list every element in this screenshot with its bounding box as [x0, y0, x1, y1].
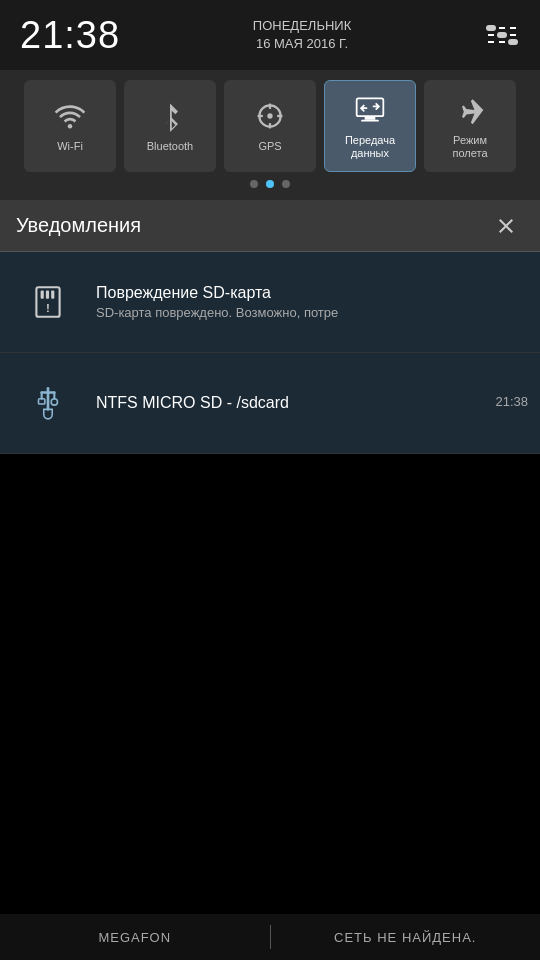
svg-rect-22	[41, 290, 44, 298]
notifications-close-button[interactable]	[488, 208, 524, 244]
svg-point-13	[267, 114, 272, 119]
carrier-name: MEGAFON	[0, 930, 270, 945]
notif-usb-icon-area	[0, 363, 96, 443]
gps-icon	[252, 98, 288, 134]
qs-datatransfer-label: Передачаданных	[345, 134, 395, 160]
empty-space	[0, 454, 540, 794]
notif-ntfs-title: NTFS MICRO SD - /sdcard	[96, 394, 487, 412]
svg-rect-19	[365, 116, 376, 120]
svg-rect-23	[46, 290, 49, 298]
notif-sd-icon-area: !	[0, 262, 96, 342]
qs-gps-button[interactable]: GPS	[224, 80, 316, 172]
status-date: ПОНЕДЕЛЬНИК 16 МАЯ 2016 Г.	[253, 17, 351, 53]
notif-sd-title: Повреждение SD-карта	[96, 284, 528, 302]
svg-rect-18	[357, 98, 384, 116]
dot-3	[282, 180, 290, 188]
page-dots	[0, 180, 540, 192]
notif-ntfs-time: 21:38	[495, 394, 528, 409]
svg-rect-5	[499, 41, 505, 43]
notif-sd-content: Повреждение SD-карта SD-карта повреждено…	[96, 276, 540, 328]
bottom-bar: MEGAFON СЕТЬ НЕ НАЙДЕНА.	[0, 914, 540, 960]
svg-rect-20	[361, 120, 379, 122]
svg-rect-7	[510, 34, 516, 36]
notification-sd-damage[interactable]: ! Повреждение SD-карта SD-карта поврежде…	[0, 252, 540, 353]
qs-bluetooth-label: Bluetooth	[147, 140, 193, 153]
status-bar: 21:38 ПОНЕДЕЛЬНИК 16 МАЯ 2016 Г.	[0, 0, 540, 70]
qs-airplane-label: Режимполета	[452, 134, 487, 160]
svg-rect-11	[508, 39, 518, 45]
bluetooth-icon	[152, 98, 188, 134]
svg-text:!: !	[46, 301, 50, 314]
airplane-icon	[452, 92, 488, 128]
quick-settings-row: Wi-Fi Bluetooth	[0, 80, 540, 172]
sd-card-icon: !	[27, 281, 69, 323]
notifications-title: Уведомления	[16, 214, 141, 237]
svg-rect-9	[486, 25, 496, 31]
dot-1	[250, 180, 258, 188]
wifi-icon	[52, 98, 88, 134]
svg-rect-10	[497, 32, 507, 38]
dot-2	[266, 180, 274, 188]
svg-rect-3	[499, 27, 505, 29]
qs-airplane-button[interactable]: Режимполета	[424, 80, 516, 172]
qs-wifi-button[interactable]: Wi-Fi	[24, 80, 116, 172]
datatransfer-icon	[352, 92, 388, 128]
equalizer-icon	[484, 17, 520, 53]
qs-datatransfer-button[interactable]: Передачаданных	[324, 80, 416, 172]
qs-bluetooth-button[interactable]: Bluetooth	[124, 80, 216, 172]
svg-rect-2	[488, 41, 494, 43]
svg-rect-1	[488, 34, 494, 36]
notification-ntfs-sd[interactable]: NTFS MICRO SD - /sdcard 21:38	[0, 353, 540, 454]
qs-gps-label: GPS	[258, 140, 281, 153]
svg-rect-6	[510, 27, 516, 29]
notif-ntfs-content: NTFS MICRO SD - /sdcard 21:38	[96, 386, 540, 420]
svg-rect-26	[39, 399, 45, 404]
notif-sd-desc: SD-карта повреждено. Возможно, потре	[96, 305, 476, 320]
quick-settings-panel: Wi-Fi Bluetooth	[0, 70, 540, 200]
network-status: СЕТЬ НЕ НАЙДЕНА.	[271, 930, 541, 945]
usb-icon	[27, 382, 69, 424]
status-time: 21:38	[20, 14, 120, 57]
svg-rect-24	[51, 290, 54, 298]
notifications-header: Уведомления	[0, 200, 540, 252]
qs-wifi-label: Wi-Fi	[57, 140, 83, 153]
